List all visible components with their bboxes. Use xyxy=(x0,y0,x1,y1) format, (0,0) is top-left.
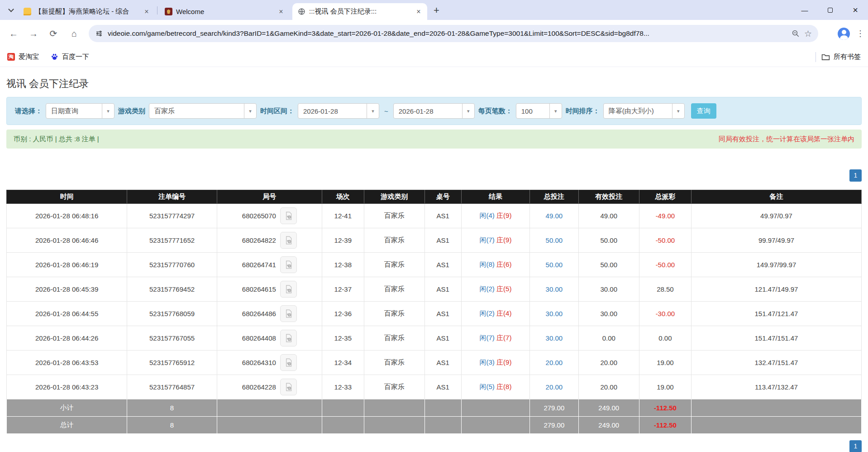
zoom-icon[interactable] xyxy=(792,29,800,38)
cell-bet-id: 523157767055 xyxy=(127,326,217,351)
video-replay-button[interactable] xyxy=(280,305,297,322)
table-row: 2026-01-28 06:44:55523157768059680264486… xyxy=(7,302,862,326)
cell-valid-bet: 20.00 xyxy=(578,351,639,375)
close-tab-icon[interactable]: × xyxy=(143,8,151,16)
query-type-select[interactable]: 日期查询 ▾ xyxy=(46,103,114,119)
cell-payout: -50.00 xyxy=(639,253,691,277)
footer-payout: -112.50 xyxy=(639,399,691,417)
result-player: 闲(7) xyxy=(480,236,495,244)
video-replay-button[interactable] xyxy=(280,281,297,298)
bookmark-label: 爱淘宝 xyxy=(19,53,39,61)
close-window-button[interactable]: × xyxy=(843,0,868,20)
address-bar[interactable]: videoie.com/game/betrecord_search/kind3?… xyxy=(89,25,818,42)
window-controls: — × xyxy=(792,0,868,20)
crest-favicon-icon xyxy=(165,8,172,15)
cell-table: AS1 xyxy=(424,253,461,277)
cell-bet-id: 523157764857 xyxy=(127,375,217,399)
tab-forum[interactable]: 【新提醒】海燕策略论坛 - 综合 × xyxy=(18,3,155,20)
new-tab-button[interactable]: + xyxy=(434,5,439,16)
cell-remark: 132.47/151.47 xyxy=(692,351,862,375)
footer-label: 小计 xyxy=(7,399,127,417)
pagination-top: 1 xyxy=(6,169,862,182)
cell-time: 2026-01-28 06:46:46 xyxy=(7,228,127,253)
profile-avatar[interactable] xyxy=(838,28,850,40)
close-tab-icon[interactable]: × xyxy=(415,8,423,16)
page-1-button[interactable]: 1 xyxy=(849,440,862,452)
cell-table: AS1 xyxy=(424,204,461,228)
game-category-value: 百家乐 xyxy=(149,104,244,118)
toolbar-right: ⋮ xyxy=(838,25,864,42)
bookmark-star-icon[interactable]: ☆ xyxy=(804,29,812,39)
cell-session: 12-39 xyxy=(322,228,364,253)
bookmark-aitaobao[interactable]: 淘 爱淘宝 xyxy=(7,53,39,61)
page-title: 视讯 会员下注纪录 xyxy=(6,77,862,91)
filter-panel: 请选择： 日期查询 ▾ 游戏类别 百家乐 ▾ 时间区间： 2026-01-28 … xyxy=(6,97,862,125)
bookmark-label: 百度一下 xyxy=(62,53,89,61)
footer-empty-cell xyxy=(424,399,461,417)
back-button[interactable]: ← xyxy=(6,27,21,40)
all-bookmarks-button[interactable]: 所有书签 xyxy=(821,53,861,61)
col-header-remark: 备注 xyxy=(692,190,862,204)
page-size-select[interactable]: 100 ▾ xyxy=(516,103,562,119)
forward-button[interactable]: → xyxy=(26,27,41,40)
cell-payout: -30.00 xyxy=(639,302,691,326)
tab-title: :::视讯 会员下注纪录::: xyxy=(309,7,411,16)
footer-valid-bet: 249.00 xyxy=(578,399,639,417)
footer-empty-cell xyxy=(322,399,364,417)
tab-title: 【新提醒】海燕策略论坛 - 综合 xyxy=(35,7,139,16)
cell-session: 12-41 xyxy=(322,204,364,228)
minimize-button[interactable]: — xyxy=(792,0,817,20)
video-replay-button[interactable] xyxy=(280,256,297,273)
close-tab-icon[interactable]: × xyxy=(277,8,285,16)
video-replay-button[interactable] xyxy=(280,354,297,371)
date-to-select[interactable]: 2026-01-28 ▾ xyxy=(393,103,475,119)
date-from-select[interactable]: 2026-01-28 ▾ xyxy=(298,103,379,119)
total-row: 总计8279.00249.00-112.50 xyxy=(7,417,862,434)
subtotal-row: 小计8279.00249.00-112.50 xyxy=(7,399,862,417)
cell-round: 680264310 xyxy=(217,351,322,375)
time-range-label: 时间区间： xyxy=(260,107,294,115)
tab-bet-records[interactable]: :::视讯 会员下注纪录::: × xyxy=(292,3,427,20)
cell-payout: -49.00 xyxy=(639,204,691,228)
col-header-payout: 总派彩 xyxy=(639,190,691,204)
maximize-button[interactable] xyxy=(817,0,843,20)
browser-menu-icon[interactable]: ⋮ xyxy=(856,29,864,38)
tab-welcome[interactable]: Welcome × xyxy=(159,3,290,20)
cell-valid-bet: 20.00 xyxy=(578,375,639,399)
round-number: 680264822 xyxy=(242,236,276,244)
cell-total-bet: 20.00 xyxy=(530,351,579,375)
result-banker: 庄(7) xyxy=(495,334,512,341)
video-replay-button[interactable] xyxy=(280,207,297,224)
result-banker: 庄(8) xyxy=(495,383,512,390)
sort-order-select[interactable]: 降幂(由大到小) ▾ xyxy=(603,103,685,119)
tab-list-chevron-icon[interactable] xyxy=(8,6,14,12)
footer-count: 8 xyxy=(127,417,217,434)
result-player: 闲(2) xyxy=(480,285,495,293)
cell-valid-bet: 50.00 xyxy=(578,228,639,253)
home-button[interactable]: ⌂ xyxy=(67,27,81,40)
game-category-select[interactable]: 百家乐 ▾ xyxy=(149,103,257,119)
video-replay-button[interactable] xyxy=(280,232,297,249)
all-bookmarks-label: 所有书签 xyxy=(834,53,861,61)
cell-valid-bet: 30.00 xyxy=(578,277,639,302)
reload-button[interactable]: ⟳ xyxy=(46,27,61,40)
currency-summary-text: 币别 : 人民币 | 总共 :8 注单 | xyxy=(14,135,99,144)
cell-table: AS1 xyxy=(424,277,461,302)
cell-valid-bet: 0.00 xyxy=(578,326,639,351)
tab-strip: 【新提醒】海燕策略论坛 - 综合 × Welcome × :::视讯 会员下注纪… xyxy=(0,0,868,20)
col-header-session: 场次 xyxy=(322,190,364,204)
table-row: 2026-01-28 06:48:16523157774297680265070… xyxy=(7,204,862,228)
result-banker: 庄(9) xyxy=(495,212,512,219)
page-1-button[interactable]: 1 xyxy=(849,169,862,182)
col-header-time: 时间 xyxy=(7,190,127,204)
bookmarks-bar: 淘 爱淘宝 百度一下 所有书签 xyxy=(0,47,868,67)
result-player: 闲(7) xyxy=(480,334,495,341)
video-replay-button[interactable] xyxy=(280,379,297,395)
cell-table: AS1 xyxy=(424,375,461,399)
search-button[interactable]: 查询 xyxy=(691,103,716,119)
bookmark-baidu[interactable]: 百度一下 xyxy=(51,53,89,61)
chevron-down-icon: ▾ xyxy=(244,104,256,118)
video-replay-button[interactable] xyxy=(280,330,297,346)
select-type-label: 请选择： xyxy=(15,107,42,115)
site-info-icon[interactable] xyxy=(95,29,103,38)
